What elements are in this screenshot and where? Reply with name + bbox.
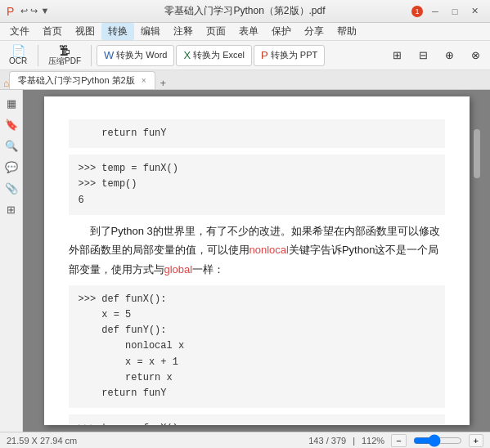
tab-close-button[interactable]: × [142, 76, 146, 85]
status-right: 143 / 379 | 112% − + [308, 434, 483, 447]
scrollbar-thumb[interactable] [474, 129, 480, 178]
global-keyword: global [164, 263, 193, 276]
pdf-page: return funY >>> temp = funX() >>> temp()… [44, 96, 470, 425]
menu-home[interactable]: 首页 [36, 23, 69, 40]
sidebar-layers-icon[interactable]: ⊞ [2, 199, 21, 219]
ocr-button[interactable]: 📄 OCR [3, 43, 33, 69]
window-title: 零基础入门学习Python（第2版）.pdf [164, 4, 325, 18]
title-bar-right: 1 ─ □ ✕ [411, 5, 483, 18]
ocr-label: OCR [9, 57, 27, 65]
zoom-slider[interactable] [413, 436, 462, 446]
status-bar: 21.59 X 27.94 cm 143 / 379 | 112% − + [0, 432, 490, 448]
zoom-in-button[interactable]: + [469, 434, 483, 447]
left-sidebar: ▦ 🔖 🔍 💬 📎 ⊞ [0, 90, 23, 432]
convert-word-label: 转换为 转换为 WordWord [116, 49, 167, 61]
sidebar-thumbnails-icon[interactable]: ▦ [2, 93, 21, 113]
home-tab-icon[interactable]: ⌂ [3, 78, 9, 89]
main-area: ▦ 🔖 🔍 💬 📎 ⊞ return funY >>> temp = funX(… [0, 90, 490, 432]
scrollbar-track [474, 96, 480, 432]
close-button[interactable]: ✕ [465, 5, 483, 18]
code-block-1: return funY [69, 119, 445, 148]
menu-convert[interactable]: 转换 [101, 23, 134, 40]
paragraph-1: 到了Python 3的世界里，有了不少的改进。如果希望在内部函数里可以修改外部函… [69, 222, 445, 279]
toolbar-separator-1 [38, 45, 38, 66]
maximize-button[interactable]: □ [446, 5, 464, 18]
toolbar-extra-btn-2[interactable]: ⊟ [411, 43, 434, 69]
sidebar-bookmarks-icon[interactable]: 🔖 [2, 114, 21, 134]
zoom-level-separator: | [353, 436, 355, 446]
compress-label: 压缩PDF [48, 57, 81, 65]
convert-ppt-button[interactable]: P 转换为 PPT [254, 45, 325, 66]
convert-ppt-label: 转换为 PPT [271, 49, 317, 61]
zoom-level: 112% [362, 436, 384, 446]
page-number: 143 / 379 [308, 436, 346, 446]
nonlocal-keyword: nonlocal [249, 244, 289, 256]
toolbar: 📄 OCR 🗜 压缩PDF W 转换为 转换为 WordWord X 转换为 E… [0, 41, 490, 70]
pdf-area: return funY >>> temp = funX() >>> temp()… [23, 90, 490, 432]
code-block-2: >>> temp = funX() >>> temp() 6 [69, 155, 445, 215]
menu-file[interactable]: 文件 [3, 23, 36, 40]
menu-help[interactable]: 帮助 [330, 23, 363, 40]
menu-edit[interactable]: 编辑 [134, 23, 167, 40]
toolbar-icon-4: ⊗ [471, 49, 480, 61]
compress-button[interactable]: 🗜 压缩PDF [43, 43, 86, 69]
tab-document[interactable]: 零基础入门学习Python 第2版 × [9, 71, 155, 89]
window-controls[interactable]: ─ □ ✕ [426, 5, 483, 18]
menu-form[interactable]: 表单 [232, 23, 265, 40]
menu-annotate[interactable]: 注释 [167, 23, 200, 40]
zoom-out-button[interactable]: − [391, 434, 406, 447]
title-bar-left: P ↩ ↪ ▼ [7, 5, 49, 18]
convert-group: W 转换为 转换为 WordWord X 转换为 Excel P 转换为 PPT [97, 45, 325, 66]
tab-label: 零基础入门学习Python 第2版 [18, 74, 134, 87]
code-block-3: >>> def funX(): x = 5 def funY(): nonloc… [69, 285, 445, 408]
toolbar-extra-btn-1[interactable]: ⊞ [385, 43, 408, 69]
compress-icon: 🗜 [59, 45, 70, 56]
menu-protect[interactable]: 保护 [265, 23, 298, 40]
ppt-icon: P [261, 49, 268, 61]
toolbar-extra-btn-3[interactable]: ⊕ [438, 43, 461, 69]
toolbar-extra-btn-4[interactable]: ⊗ [464, 43, 487, 69]
menu-bar: 文件 首页 视图 转换 编辑 注释 页面 表单 保护 分享 帮助 [0, 23, 490, 41]
new-tab-button[interactable]: + [157, 77, 170, 89]
tab-bar: ⌂ 零基础入门学习Python 第2版 × + [0, 70, 490, 90]
title-bar: P ↩ ↪ ▼ 零基础入门学习Python（第2版）.pdf 1 ─ □ ✕ [0, 0, 490, 23]
convert-excel-label: 转换为 Excel [193, 49, 245, 61]
code-block-4: >>> temp = funX() >>> temp() 6 [69, 414, 445, 425]
convert-word-button[interactable]: W 转换为 转换为 WordWord [97, 45, 174, 66]
excel-icon: X [183, 49, 191, 61]
notification-badge: 1 [411, 6, 423, 17]
word-icon: W [104, 49, 114, 61]
convert-excel-button[interactable]: X 转换为 Excel [176, 45, 252, 66]
toolbar-separator-2 [91, 45, 92, 66]
minimize-button[interactable]: ─ [426, 5, 444, 18]
menu-page[interactable]: 页面 [200, 23, 232, 40]
ocr-icon: 📄 [11, 45, 25, 56]
toolbar-icon-2: ⊟ [419, 49, 428, 61]
app-logo-icon: P [7, 5, 14, 18]
sidebar-search-icon[interactable]: 🔍 [2, 136, 21, 155]
page-dimensions: 21.59 X 27.94 cm [7, 436, 77, 446]
sidebar-comments-icon[interactable]: 💬 [2, 157, 21, 177]
status-left: 21.59 X 27.94 cm [7, 436, 77, 446]
toolbar-icon-1: ⊞ [393, 49, 402, 61]
menu-view[interactable]: 视图 [69, 23, 101, 40]
toolbar-icon-3: ⊕ [445, 49, 454, 61]
sidebar-attachments-icon[interactable]: 📎 [2, 178, 21, 198]
menu-share[interactable]: 分享 [298, 23, 330, 40]
